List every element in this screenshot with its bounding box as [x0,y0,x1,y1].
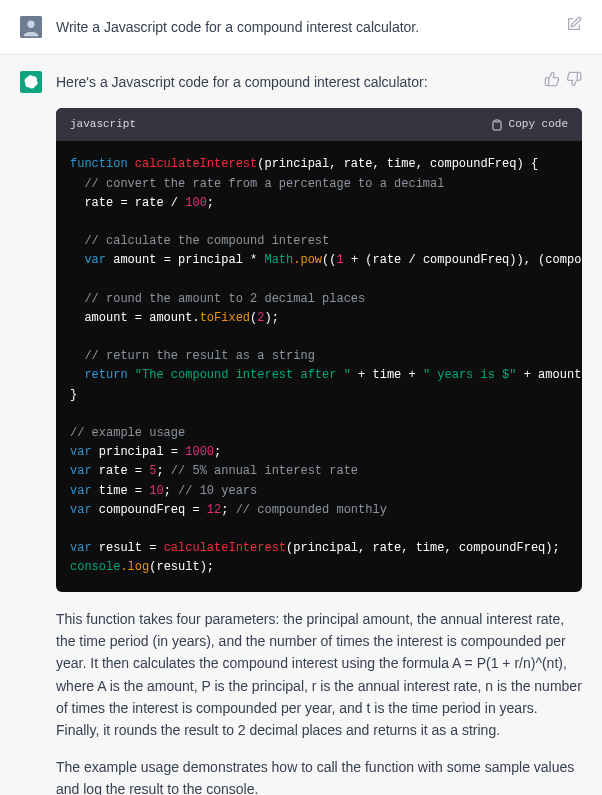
edit-icon[interactable] [566,16,582,32]
svg-rect-2 [495,120,499,122]
assistant-message: Here's a Javascript code for a compound … [0,55,602,795]
assistant-intro: Here's a Javascript code for a compound … [56,71,582,93]
user-message: Write a Javascript code for a compound i… [0,0,602,55]
user-avatar [20,16,42,38]
thumbs-down-icon[interactable] [566,71,582,87]
code-header: javascript Copy code [56,108,582,142]
copy-code-label: Copy code [509,116,568,134]
code-lang: javascript [70,116,136,134]
copy-code-button[interactable]: Copy code [491,116,568,134]
assistant-avatar [20,71,42,93]
assistant-explanation-1: This function takes four parameters: the… [56,608,582,742]
user-text: Write a Javascript code for a compound i… [56,16,582,38]
assistant-content: Here's a Javascript code for a compound … [56,71,582,795]
code-body: function calculateInterest(principal, ra… [56,141,582,591]
thumbs-up-icon[interactable] [544,71,560,87]
svg-point-1 [27,21,34,28]
code-block: javascript Copy code function calculateI… [56,108,582,592]
clipboard-icon [491,119,503,131]
assistant-explanation-2: The example usage demonstrates how to ca… [56,756,582,795]
